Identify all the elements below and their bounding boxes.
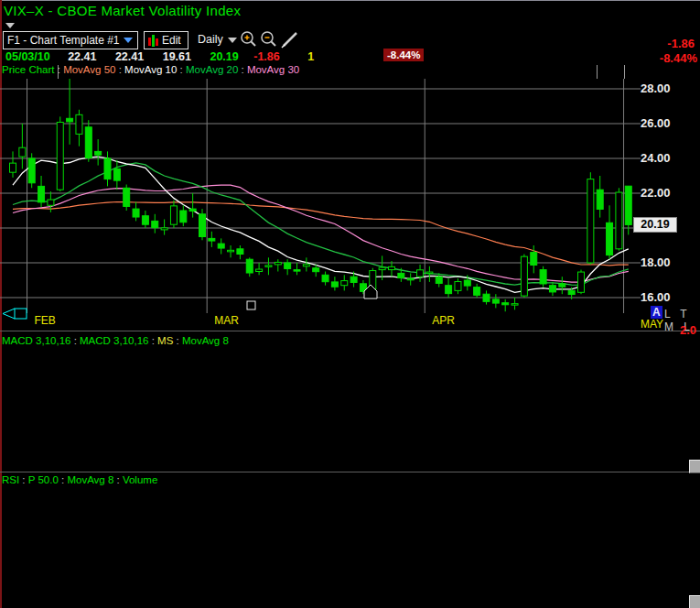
candle — [389, 266, 395, 269]
pane-divider-tick[interactable] — [597, 65, 598, 79]
quote-date: 05/03/10 — [5, 50, 50, 63]
price-legend-item: Price Chart — [2, 64, 55, 75]
candle — [474, 288, 480, 296]
candle — [246, 259, 253, 273]
candle — [294, 270, 300, 272]
right-quote-percent: -8.44% — [660, 51, 697, 65]
candle — [67, 118, 73, 122]
chart-template-label: F1 - Chart Template #1 — [7, 34, 124, 47]
candle — [531, 253, 537, 266]
price-legend-item: MovAvg 20 — [186, 64, 238, 75]
candle — [436, 277, 442, 283]
month-label: MAY — [641, 318, 663, 331]
candle — [133, 209, 139, 217]
candle — [521, 256, 527, 296]
zoom-out-icon[interactable] — [260, 30, 278, 49]
clipped-red-value: 2.0 — [680, 323, 696, 337]
quote-low: 19.61 — [163, 50, 191, 63]
candle — [218, 244, 224, 248]
zoom-in-icon[interactable] — [240, 30, 258, 49]
candle — [492, 299, 499, 303]
candle — [512, 304, 518, 306]
candle — [483, 294, 490, 301]
quote-open: 22.41 — [68, 50, 96, 63]
candle — [303, 265, 309, 266]
quote-change: -1.86 — [253, 50, 280, 63]
candle — [341, 281, 348, 286]
legend-separator: : — [238, 64, 247, 75]
legend-separator: : — [177, 64, 186, 75]
candle — [265, 266, 272, 267]
candle — [113, 168, 120, 180]
candle — [152, 221, 158, 227]
candle — [398, 273, 404, 277]
cyan-arrow-icon — [15, 309, 27, 319]
period-selector[interactable]: Daily — [198, 33, 223, 46]
candle — [124, 188, 130, 206]
period-chevron-down-icon[interactable] — [228, 38, 237, 43]
candle — [161, 228, 167, 230]
candle — [322, 275, 328, 281]
candle — [417, 270, 424, 277]
lower-indicator-canvas[interactable] — [0, 472, 700, 608]
scrollbar-thumb[interactable] — [689, 595, 700, 608]
candle — [540, 270, 546, 284]
quote-volume: 1 — [307, 50, 314, 63]
price-legend-item: MovAvg 30 — [247, 64, 299, 75]
title-dropdown-arrow-icon[interactable] — [5, 23, 15, 28]
hotkey-a-button[interactable]: A — [651, 306, 662, 319]
ma-line-30 — [13, 185, 629, 282]
candle — [464, 280, 470, 286]
chart-window: VIX–X - CBOE Market Volatility Index F1 … — [0, 0, 700, 608]
pen-tool-icon[interactable] — [280, 30, 300, 49]
candle — [85, 127, 92, 158]
candle — [199, 214, 206, 237]
candle — [455, 282, 461, 291]
candle — [549, 286, 555, 292]
window-border-top — [0, 0, 700, 1]
percent-change-badge: -8.44% — [383, 49, 424, 61]
candle — [19, 147, 26, 157]
quote-high: 22.41 — [115, 50, 144, 63]
candle — [559, 284, 565, 287]
candle — [104, 158, 111, 179]
candle — [180, 211, 187, 223]
page-title: VIX–X - CBOE Market Volatility Index — [4, 3, 241, 18]
candle — [407, 278, 414, 280]
chevron-down-icon — [124, 38, 133, 43]
candle — [285, 263, 291, 268]
macd-chart-canvas[interactable] — [0, 331, 700, 472]
square-marker-icon — [247, 301, 255, 309]
edit-button[interactable]: Edit — [144, 31, 188, 49]
candle — [48, 200, 54, 205]
candle — [426, 272, 433, 274]
legend-separator: : — [115, 64, 124, 75]
quote-last: 20.19 — [210, 50, 238, 63]
candle — [275, 262, 281, 264]
price-legend: Price Chart : MovAvg 50 : MovAvg 10 : Mo… — [2, 64, 299, 75]
candle — [331, 282, 338, 287]
scrollbar-thumb[interactable] — [689, 460, 700, 473]
candle — [95, 151, 102, 155]
right-quote-change: -1.86 — [667, 37, 695, 50]
cyan-arrow-icon — [3, 309, 15, 319]
legend-separator: : — [55, 64, 64, 75]
candle — [446, 286, 452, 294]
candle — [578, 272, 585, 292]
candle — [625, 186, 631, 224]
candle — [256, 269, 263, 271]
candle — [28, 158, 35, 183]
price-legend-item: MovAvg 10 — [124, 64, 177, 75]
candle — [170, 206, 177, 224]
candle — [76, 114, 82, 134]
candlestick-icon — [146, 33, 160, 48]
price-chart-canvas[interactable] — [0, 79, 700, 331]
candle — [350, 277, 357, 282]
candle — [568, 290, 575, 294]
chart-template-selector[interactable]: F1 - Chart Template #1 — [3, 31, 138, 49]
pane-divider-tick[interactable] — [624, 65, 625, 79]
quote-row: 05/03/10 22.41 22.41 19.61 20.19 -1.86 1 — [5, 50, 314, 63]
candle — [142, 216, 148, 225]
candle — [57, 122, 63, 190]
candle — [209, 238, 215, 241]
